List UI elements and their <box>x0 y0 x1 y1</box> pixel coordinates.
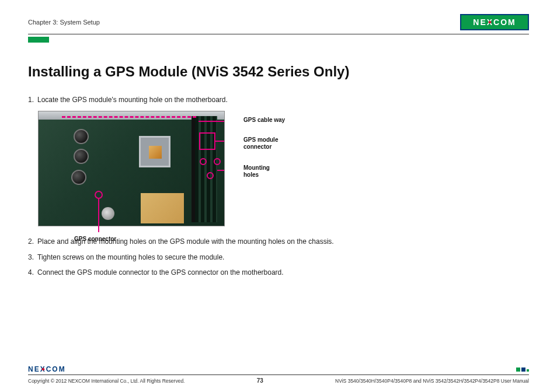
step-1-number: 1. <box>28 95 37 105</box>
logo-part-right: COM <box>493 18 516 27</box>
annotation-mounting-hole <box>207 172 214 179</box>
annotation-module-connector <box>199 132 215 150</box>
step-2-number: 2. <box>28 237 37 247</box>
callout-cable-way: GPS cable way <box>243 117 285 124</box>
footer-logo-x: X <box>40 365 46 373</box>
callout-module-connector: GPS module connector <box>243 136 290 150</box>
logo-part-left: NE <box>473 18 486 27</box>
annotation-gps-connector <box>95 191 103 199</box>
brand-logo: NEXCOM <box>460 14 529 30</box>
annotation-mounting-hole <box>214 158 221 165</box>
logo-part-x: X <box>487 18 493 27</box>
step-4-text: Connect the GPS module connector to the … <box>37 268 355 278</box>
step-3-text: Tighten screws on the mounting holes to … <box>37 253 355 262</box>
section-tab <box>28 37 49 43</box>
step-3: 3. Tighten screws on the mounting holes … <box>28 253 355 262</box>
callout-mounting-holes: Mounting holes <box>243 164 284 178</box>
footer-rule <box>28 374 529 375</box>
footer-doc-ref: NViS 3540/3540H/3540P4/3540P8 and NViS 3… <box>335 378 529 384</box>
footer-page-number: 73 <box>257 377 263 384</box>
callout-gps-connector: GPS connector <box>74 236 116 243</box>
footer-logo-right: COM <box>46 365 66 373</box>
page-title: Installing a GPS Module (NViS 3542 Serie… <box>28 64 529 80</box>
annotation-cable-way <box>62 116 196 118</box>
step-1-text: Locate the GPS module's mounting hole on… <box>37 95 355 105</box>
footer-decoration-icon <box>516 368 529 372</box>
motherboard-photo <box>38 111 225 226</box>
header-rule <box>28 34 529 34</box>
chapter-label: Chapter 3: System Setup <box>28 19 100 26</box>
step-4: 4. Connect the GPS module connector to t… <box>28 268 355 278</box>
footer-logo-left: NE <box>28 365 40 373</box>
annotation-mounting-hole <box>200 158 207 165</box>
footer-copyright: Copyright © 2012 NEXCOM International Co… <box>28 378 184 384</box>
step-1: 1. Locate the GPS module's mounting hole… <box>28 95 355 105</box>
step-4-number: 4. <box>28 268 37 278</box>
step-3-number: 3. <box>28 253 37 262</box>
footer-logo: NEXCOM <box>28 365 66 373</box>
motherboard-figure: GPS cable way GPS module connector Mount… <box>38 111 330 226</box>
